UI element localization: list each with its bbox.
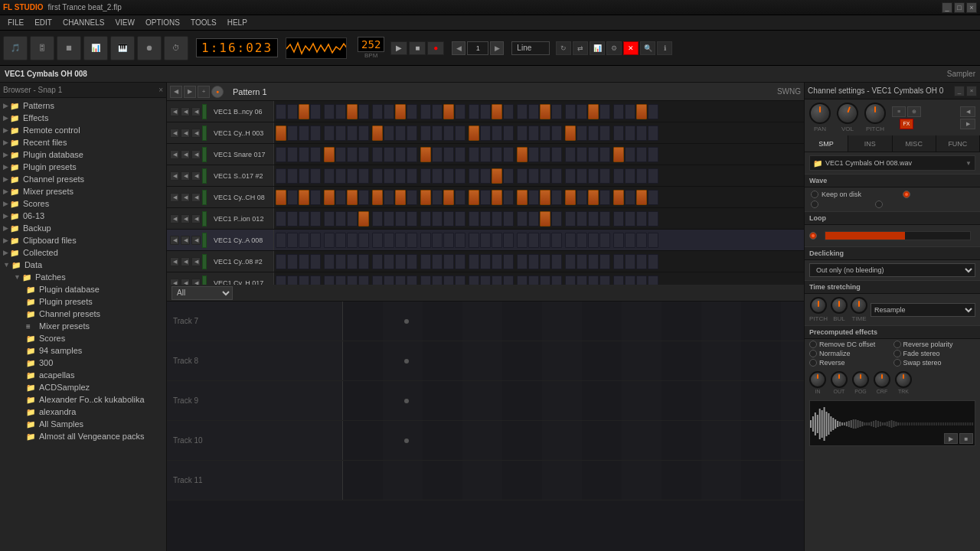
pitch-knob[interactable] <box>864 103 886 124</box>
step[interactable] <box>443 276 454 285</box>
step[interactable] <box>613 126 624 141</box>
step[interactable] <box>636 190 647 205</box>
step[interactable] <box>372 126 383 141</box>
step[interactable] <box>613 147 624 162</box>
browser-item-plugin-db-2[interactable]: 📁 Plugin database <box>0 283 166 295</box>
step[interactable] <box>358 190 369 205</box>
step[interactable] <box>324 190 335 205</box>
step[interactable] <box>420 211 431 227</box>
step[interactable] <box>310 126 321 141</box>
step[interactable] <box>335 211 346 227</box>
step[interactable] <box>324 233 335 248</box>
step[interactable] <box>432 126 443 141</box>
step[interactable] <box>358 233 369 248</box>
row-env[interactable]: ◀ <box>191 171 201 181</box>
step[interactable] <box>407 233 417 248</box>
step[interactable] <box>299 233 309 248</box>
row-env[interactable]: ◀ <box>191 107 201 116</box>
step[interactable] <box>432 276 443 285</box>
step[interactable] <box>648 168 658 184</box>
step[interactable] <box>310 211 321 227</box>
step[interactable] <box>455 104 466 119</box>
step[interactable] <box>358 104 369 119</box>
step[interactable] <box>565 276 576 285</box>
step[interactable] <box>588 104 599 119</box>
waveform-btn-1[interactable]: ▶ <box>944 433 958 444</box>
step[interactable] <box>577 147 587 162</box>
step[interactable] <box>310 168 321 184</box>
step[interactable] <box>443 147 454 162</box>
step[interactable] <box>407 190 417 205</box>
step[interactable] <box>384 233 394 248</box>
step[interactable] <box>551 254 562 269</box>
step[interactable] <box>577 104 587 119</box>
step[interactable] <box>540 104 550 119</box>
step[interactable] <box>395 168 406 184</box>
precomp-dc-offset[interactable]: Remove DC offset <box>809 341 892 348</box>
step[interactable] <box>384 254 394 269</box>
step[interactable] <box>299 168 309 184</box>
step[interactable] <box>276 276 286 285</box>
step[interactable] <box>625 254 635 269</box>
step[interactable] <box>625 147 635 162</box>
step[interactable] <box>503 126 514 141</box>
row-solo[interactable]: ◀ <box>181 171 190 181</box>
step[interactable] <box>395 104 406 119</box>
step[interactable] <box>276 211 286 227</box>
row-solo[interactable]: ◀ <box>181 236 190 245</box>
browser-item-channel-presets[interactable]: ▶📁 Channel presets <box>0 173 166 185</box>
step[interactable] <box>492 126 502 141</box>
step[interactable] <box>310 254 321 269</box>
step[interactable] <box>599 233 610 248</box>
step[interactable] <box>480 190 491 205</box>
step[interactable] <box>503 104 514 119</box>
step[interactable] <box>384 147 394 162</box>
row-solo[interactable]: ◀ <box>181 150 190 159</box>
step[interactable] <box>455 276 466 285</box>
step[interactable] <box>599 147 610 162</box>
maximize-btn[interactable]: □ <box>954 2 965 13</box>
pat-plus[interactable]: ▶ <box>490 41 504 55</box>
browser-item-plugin-presets[interactable]: ▶📁 Plugin presets <box>0 161 166 173</box>
step[interactable] <box>503 233 514 248</box>
step[interactable] <box>455 126 466 141</box>
step[interactable] <box>407 104 417 119</box>
step[interactable] <box>613 190 624 205</box>
browser-item-effects[interactable]: ▶📁 Effects <box>0 112 166 124</box>
step[interactable] <box>636 276 647 285</box>
pat-nav-3[interactable]: + <box>198 86 210 98</box>
step[interactable] <box>492 147 502 162</box>
cpu-btn[interactable]: 📊 <box>590 41 605 55</box>
step[interactable] <box>372 254 383 269</box>
row-mute[interactable]: ◀ <box>170 171 179 181</box>
step[interactable] <box>565 126 576 141</box>
step[interactable] <box>625 168 635 184</box>
step[interactable] <box>407 276 417 285</box>
step[interactable] <box>358 168 369 184</box>
all-select[interactable]: All Custom None <box>172 286 233 300</box>
step[interactable] <box>503 168 514 184</box>
menu-file[interactable]: FILE <box>3 17 28 28</box>
step[interactable] <box>358 147 369 162</box>
step[interactable] <box>577 168 587 184</box>
step[interactable] <box>324 276 335 285</box>
row-env[interactable]: ◀ <box>191 193 201 202</box>
step[interactable] <box>588 211 599 227</box>
step[interactable] <box>613 211 624 227</box>
step[interactable] <box>299 190 309 205</box>
step[interactable] <box>407 254 417 269</box>
step[interactable] <box>432 211 443 227</box>
browser-item-allsamples[interactable]: 📁 All Samples <box>0 418 166 430</box>
step[interactable] <box>347 147 358 162</box>
step[interactable] <box>517 211 528 227</box>
step[interactable] <box>551 211 562 227</box>
nav-btn-7[interactable]: ⏱ <box>164 36 188 60</box>
step[interactable] <box>443 211 454 227</box>
info-icon[interactable]: ℹ <box>657 41 672 55</box>
step[interactable] <box>372 276 383 285</box>
nav-btn-1[interactable]: 🎵 <box>3 36 28 60</box>
browser-item-patches[interactable]: ▼📁 Patches <box>0 271 166 283</box>
step[interactable] <box>395 254 406 269</box>
play-btn[interactable]: ▶ <box>390 41 407 55</box>
step[interactable] <box>469 190 479 205</box>
